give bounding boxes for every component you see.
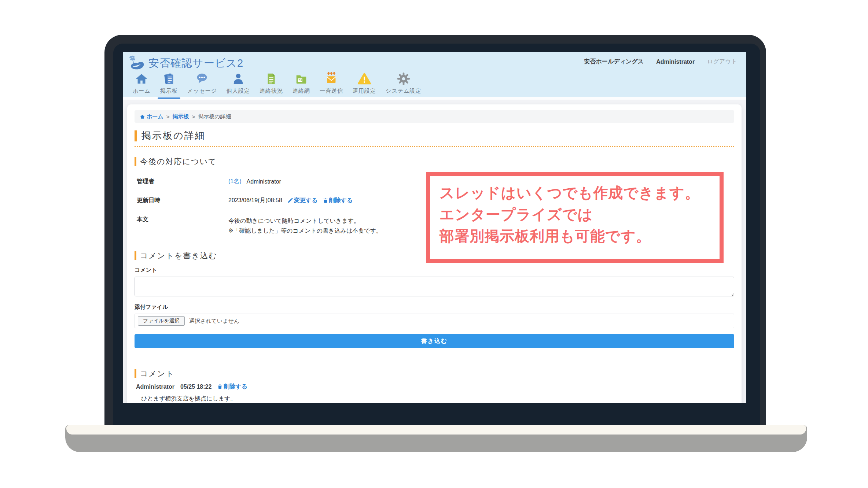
file-select-button[interactable]: ファイルを選択 [138, 316, 185, 326]
comment-author: Administrator [136, 384, 174, 390]
laptop-base-lid [66, 425, 806, 435]
home-icon [135, 72, 148, 86]
breadcrumb-current: 掲示板の詳細 [198, 113, 231, 120]
main-nav: ホーム 掲示板 メッセージ [128, 72, 426, 95]
delete-link[interactable]: 削除する [323, 197, 353, 204]
nav-item-home[interactable]: ホーム [128, 72, 155, 95]
section-accent-bar [135, 157, 136, 166]
header-links: 安否ホールディングス Administrator ログアウト [584, 58, 737, 66]
comment-body: ひとまず横浜支店を拠点にします。 [141, 395, 733, 403]
home-icon [140, 114, 145, 119]
comment-field-label: コメント [135, 267, 734, 274]
file-status-text: 選択されていません [189, 318, 239, 325]
broadcast-icon [324, 72, 338, 86]
folder-icon [294, 72, 308, 86]
board-icon [162, 72, 176, 86]
trash-icon [217, 384, 222, 389]
warning-icon [357, 72, 371, 86]
comment-item: Administrator 05/25 18:22 削除する ひとまず横浜支店を… [135, 379, 734, 403]
dove-logo-icon [129, 55, 146, 72]
document-icon [264, 72, 278, 86]
nav-item-personal-settings[interactable]: 個人設定 [222, 72, 255, 95]
comments-title: コメント [140, 369, 174, 379]
annotation-line: スレッドはいくつでも作成できます。 [439, 182, 710, 204]
nav-item-contact-network[interactable]: 連絡網 [288, 72, 315, 95]
updated-value: 2023/06/19(月)08:58 [228, 197, 282, 204]
section-accent-bar [135, 369, 136, 378]
comment-form-title: コメントを書き込む [140, 251, 217, 261]
nav-item-board[interactable]: 掲示板 [155, 72, 183, 95]
nav-item-operation-settings[interactable]: 運用設定 [348, 72, 381, 95]
comment-textarea[interactable] [135, 277, 734, 296]
trash-icon [323, 198, 328, 203]
gear-icon [397, 72, 411, 86]
title-accent-bar [135, 130, 137, 141]
section-accent-bar [135, 251, 136, 260]
comments-section: コメント Administrator 05/25 18:22 削 [135, 369, 734, 403]
breadcrumb: ホーム > 掲示板 > 掲示板の詳細 [135, 110, 734, 123]
header-divider [123, 97, 746, 100]
company-name: 安否ホールディングス [584, 58, 644, 66]
page-title: 掲示板の詳細 [141, 129, 206, 142]
brand-title: 安否確認サービス2 [148, 56, 243, 71]
comments-title-row: コメント [135, 369, 734, 379]
annotation-line: 部署別掲示板利用も可能です。 [439, 225, 710, 247]
thread-body-line1: 今後の動きについて随時コメントしていきます。 [228, 216, 382, 226]
comment-delete-link[interactable]: 削除する [217, 383, 247, 391]
annotation-callout: スレッドはいくつでも作成できます。 エンタープライズでは 部署別掲示板利用も可能… [426, 172, 724, 263]
message-icon [195, 72, 209, 86]
breadcrumb-board[interactable]: 掲示板 [172, 113, 189, 120]
attachment-field-label: 添付ファイル [135, 304, 734, 311]
submit-comment-button[interactable]: 書き込む [135, 334, 734, 348]
laptop-base [65, 425, 807, 452]
admin-value: Administrator [247, 178, 281, 185]
annotation-line: エンタープライズでは [439, 204, 710, 225]
edit-link[interactable]: 変更する [287, 197, 318, 204]
thread-title: 今後の対応について [140, 156, 217, 167]
nav-item-message[interactable]: メッセージ [183, 72, 222, 95]
thread-body-line2: ※「確認しました」等のコメントの書き込みは不要です。 [228, 226, 382, 236]
breadcrumb-separator: > [166, 114, 170, 120]
logo[interactable]: 安否確認サービス2 [129, 55, 243, 72]
site-header: 安否確認サービス2 安否ホールディングス Administrator ログアウト… [123, 52, 746, 97]
nav-item-broadcast[interactable]: 一斉送信 [315, 72, 348, 95]
pencil-icon [287, 198, 293, 203]
nav-item-system-settings[interactable]: システム設定 [381, 72, 426, 95]
page-title-row: 掲示板の詳細 [135, 129, 734, 147]
breadcrumb-separator: > [192, 114, 195, 120]
member-count-link[interactable]: (1名) [228, 178, 242, 185]
user-name: Administrator [656, 59, 695, 65]
thread-title-row: 今後の対応について [135, 156, 734, 167]
nav-item-contact-status[interactable]: 連絡状況 [255, 72, 288, 95]
person-icon [231, 72, 245, 86]
file-input[interactable]: ファイルを選択 選択されていません [135, 314, 734, 328]
breadcrumb-home[interactable]: ホーム [140, 113, 163, 120]
logout-link[interactable]: ログアウト [707, 58, 737, 66]
comment-time: 05/25 18:22 [180, 384, 212, 390]
